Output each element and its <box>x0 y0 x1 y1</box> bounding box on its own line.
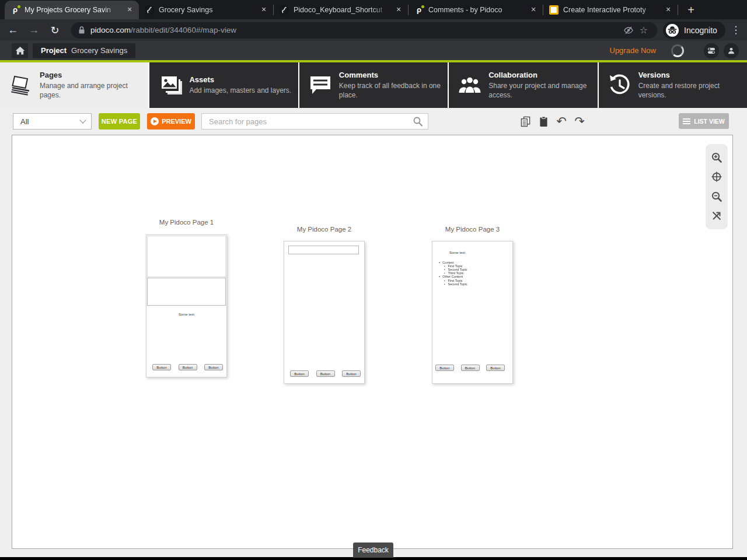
map-view-canvas[interactable]: My Pidoco Page 1 Some text Button Button… <box>12 135 733 549</box>
nav-section-versions[interactable]: Versions Create and restore project vers… <box>598 62 747 108</box>
wireframe-button: Button <box>316 370 335 377</box>
tab-my-projects[interactable]: ρ My Projects Grocery Savin × <box>5 1 139 19</box>
nav-section-assets[interactable]: Assets Add images, masters and layers. <box>148 62 298 108</box>
globe-favicon-icon <box>145 5 154 15</box>
copy-pages-icon[interactable] <box>518 115 532 128</box>
wireframe-rectangle <box>147 236 226 277</box>
list-item: Second Topic <box>438 283 467 286</box>
document-favicon-icon <box>549 5 558 15</box>
wireframe-button: Button <box>461 365 480 371</box>
new-tab-button[interactable]: + <box>683 2 699 18</box>
tab-title: Comments - by Pidoco <box>428 6 524 14</box>
wireframe-button: Button <box>342 370 361 377</box>
nav-desc: Create and restore project versions. <box>638 81 735 100</box>
tab-keyboard-shortcuts[interactable]: Pidoco_Keyboard_Shortcut × <box>274 1 408 19</box>
section-nav: Pages Manage and arrange project pages. … <box>0 60 747 108</box>
eye-off-icon[interactable] <box>621 23 636 38</box>
incognito-badge: Incognito <box>663 22 725 39</box>
wireframe-button: Button <box>204 364 223 370</box>
project-bar: Project Grocery Savings Upgrade Now <box>0 41 747 60</box>
project-name: Grocery Savings <box>71 46 127 55</box>
paste-pages-icon[interactable] <box>536 115 550 128</box>
upgrade-now-link[interactable]: Upgrade Now <box>610 46 657 55</box>
zoom-in-icon[interactable] <box>710 151 723 164</box>
url-bar[interactable]: pidoco.com/rabbit/edit/344060#/map-view … <box>71 22 657 38</box>
nav-section-pages[interactable]: Pages Manage and arrange project pages. <box>0 62 148 108</box>
tab-grocery-savings[interactable]: Grocery Savings × <box>139 1 273 19</box>
close-icon[interactable]: × <box>664 5 673 15</box>
zoom-out-icon[interactable] <box>710 190 723 203</box>
tab-create-prototype[interactable]: Create Interactive Prototy × <box>543 1 678 19</box>
assets-image-icon <box>158 72 183 98</box>
zoom-reset-target-icon[interactable] <box>710 170 723 183</box>
wireframe-button-row: Button Button Button <box>152 364 223 370</box>
page-thumbnail-3[interactable]: Some text Content First Topic Second Top… <box>432 241 513 384</box>
nav-desc: Manage and arrange project pages. <box>40 81 132 100</box>
wireframe-button-row: Button Button Button <box>290 370 361 377</box>
wireframe-button: Button <box>435 365 454 371</box>
loading-spinner <box>671 44 684 57</box>
wireframe-text: Some text <box>449 251 465 254</box>
filter-dropdown[interactable]: All <box>13 113 92 130</box>
pidoco-favicon-icon: ρ <box>414 5 424 15</box>
nav-title: Assets <box>189 75 291 84</box>
url-text: pidoco.com/rabbit/edit/344060#/map-view <box>90 26 621 34</box>
nav-title: Collaboration <box>488 71 597 79</box>
preview-button[interactable]: PREVIEW <box>147 113 195 130</box>
fit-disabled-icon[interactable] <box>710 209 723 222</box>
history-clock-icon <box>607 72 633 98</box>
close-icon[interactable]: × <box>529 5 538 15</box>
wireframe-button: Button <box>290 370 309 377</box>
url-domain: pidoco.com <box>90 26 131 34</box>
globe-favicon-icon <box>280 5 289 15</box>
page-title: My Pidoco Page 1 <box>146 219 227 226</box>
filter-value: All <box>20 117 29 126</box>
wireframe-button: Button <box>486 365 505 371</box>
project-label: Project <box>41 46 67 55</box>
bookmark-star-icon[interactable]: ☆ <box>636 23 651 38</box>
tab-comments[interactable]: ρ Comments - by Pidoco × <box>409 1 543 19</box>
people-group-icon <box>457 72 483 98</box>
back-button[interactable]: ← <box>5 22 21 38</box>
browser-menu-icon[interactable]: ⋮ <box>729 23 743 37</box>
list-icon <box>683 118 690 124</box>
home-button[interactable] <box>12 43 28 58</box>
close-icon[interactable]: × <box>259 5 268 15</box>
undo-icon[interactable]: ↶ <box>554 115 568 128</box>
page-title: My Pidoco Page 3 <box>432 226 513 233</box>
pidoco-favicon-icon: ρ <box>11 5 20 15</box>
wireframe-list: Content First Topic Second Topic Third T… <box>438 261 467 286</box>
play-icon <box>151 117 159 125</box>
project-breadcrumb[interactable]: Project Grocery Savings <box>33 43 135 58</box>
nav-section-comments[interactable]: Comments Keep track of all feedback in o… <box>298 62 448 108</box>
browser-toolbar: ← → ↻ pidoco.com/rabbit/edit/344060#/map… <box>0 19 747 41</box>
home-icon <box>15 46 25 55</box>
search-input[interactable] <box>202 117 413 126</box>
wireframe-button-row: Button Button Button <box>435 365 505 371</box>
nav-title: Pages <box>40 71 132 79</box>
list-view-label: LIST VIEW <box>694 118 725 125</box>
account-button[interactable] <box>724 43 739 58</box>
redo-icon[interactable]: ↷ <box>573 115 587 128</box>
settings-toggles-button[interactable] <box>704 43 719 58</box>
page-thumbnail-2[interactable]: Button Button Button <box>284 241 365 384</box>
reload-button[interactable]: ↻ <box>47 22 63 38</box>
preview-label: PREVIEW <box>162 118 191 125</box>
new-page-button[interactable]: NEW PAGE <box>99 113 140 130</box>
feedback-button[interactable]: Feedback <box>353 542 393 558</box>
close-icon[interactable]: × <box>394 5 403 15</box>
search-icon[interactable] <box>413 116 423 127</box>
nav-desc: Keep track of all feedback in one place. <box>339 81 443 100</box>
page-thumbnail-1[interactable]: Some text Button Button Button <box>146 235 227 377</box>
incognito-spy-icon <box>665 23 679 37</box>
tab-title: Pidoco_Keyboard_Shortcut <box>294 6 389 14</box>
nav-section-collaboration[interactable]: Collaboration Share your project and man… <box>448 62 597 108</box>
wireframe-button: Button <box>152 364 171 370</box>
nav-title: Versions <box>638 71 735 79</box>
pages-toolbar: All NEW PAGE PREVIEW ↶ ↷ LIST VIEW <box>0 108 747 135</box>
list-view-button[interactable]: LIST VIEW <box>679 113 729 129</box>
wireframe-text: Some text <box>146 313 226 316</box>
close-icon[interactable]: × <box>125 5 134 15</box>
wireframe-input <box>288 246 359 254</box>
forward-button[interactable]: → <box>26 22 42 38</box>
